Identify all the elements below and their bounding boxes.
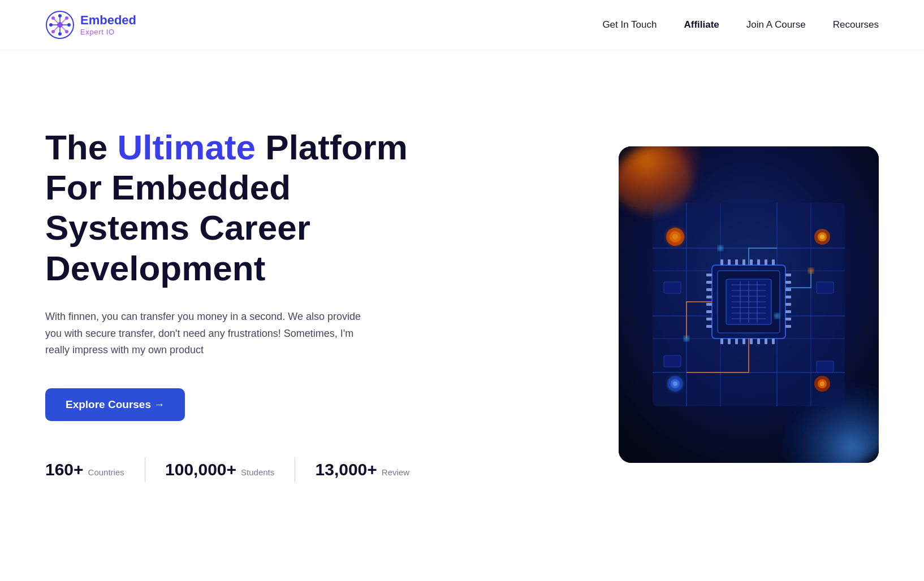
- nav-get-in-touch[interactable]: Get In Touch: [602, 19, 657, 31]
- logo[interactable]: Embeded Expert IO: [45, 10, 136, 40]
- stat-countries: 160+ Countries: [45, 460, 145, 479]
- main-nav: Get In Touch Affiliate Join A Course Rec…: [602, 19, 879, 31]
- hero-section: The Ultimate Platform For Embedded Syste…: [0, 50, 924, 548]
- logo-icon: [45, 10, 75, 40]
- explore-courses-button[interactable]: Explore Courses →: [45, 388, 185, 421]
- stat-students-label: Students: [241, 467, 274, 477]
- stat-students-number: 100,000+: [165, 460, 236, 479]
- hero-image-area: [607, 146, 879, 463]
- nav-recourses[interactable]: Recourses: [833, 19, 879, 31]
- stat-review: 13,000+ Review: [316, 460, 430, 479]
- heading-highlight: Ultimate: [117, 128, 256, 167]
- svg-line-15: [60, 18, 67, 25]
- nav-affiliate[interactable]: Affiliate: [684, 19, 719, 31]
- svg-rect-101: [619, 146, 879, 463]
- svg-line-17: [60, 25, 67, 32]
- site-header: Embeded Expert IO Get In Touch Affiliate…: [0, 0, 924, 50]
- stat-students: 100,000+ Students: [165, 460, 295, 479]
- hero-description: With finnen, you can transfer you money …: [45, 309, 373, 359]
- hero-content: The Ultimate Platform For Embedded Syste…: [45, 127, 430, 482]
- logo-title: Embeded: [80, 14, 136, 27]
- explore-courses-label: Explore Courses →: [66, 398, 165, 411]
- svg-line-14: [53, 18, 60, 25]
- logo-text: Embeded Expert IO: [80, 14, 136, 36]
- stat-countries-number: 160+: [45, 460, 84, 479]
- nav-join-a-course[interactable]: Join A Course: [746, 19, 806, 31]
- logo-subtitle: Expert IO: [80, 28, 136, 36]
- svg-line-16: [53, 25, 60, 32]
- stat-review-label: Review: [382, 467, 409, 477]
- heading-prefix: The: [45, 128, 117, 167]
- stat-countries-label: Countries: [88, 467, 124, 477]
- hero-image: [619, 146, 879, 463]
- stat-review-number: 13,000+: [316, 460, 377, 479]
- stats-row: 160+ Countries 100,000+ Students 13,000+…: [45, 457, 430, 482]
- hero-heading: The Ultimate Platform For Embedded Syste…: [45, 127, 430, 288]
